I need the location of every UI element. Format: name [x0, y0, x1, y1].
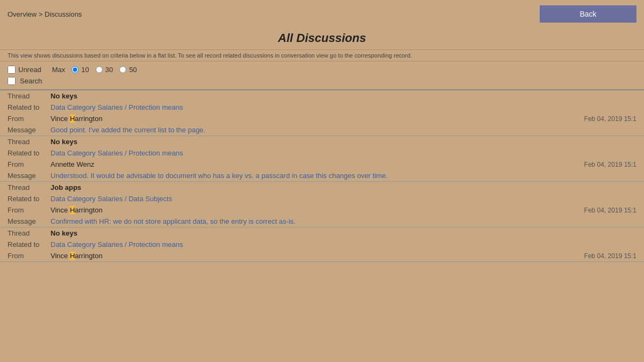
breadcrumb-overview[interactable]: Overview — [8, 10, 37, 18]
thread-label: Thread — [8, 92, 51, 100]
description-bar: This view shows discussions based on cri… — [0, 49, 644, 61]
thread-label: Thread — [8, 229, 51, 237]
related-row: Related to Data Category Salaries / Data… — [0, 193, 644, 204]
from-label: From — [8, 160, 51, 168]
related-label: Related to — [8, 195, 51, 203]
from-value: Vince Harrington — [51, 206, 529, 214]
related-row: Related to Data Category Salaries / Prot… — [0, 102, 644, 113]
thread-row: Thread No keys — [0, 90, 644, 102]
message-row: Message Confirmed with HR: we do not sto… — [0, 216, 644, 227]
max-10-label: 10 — [81, 66, 89, 74]
max-10-option: 10 — [71, 66, 89, 74]
from-value: Vince Harrington — [51, 252, 529, 260]
highlight-char: H — [70, 206, 75, 214]
breadcrumb-separator: > — [37, 10, 45, 18]
max-label: Max — [52, 66, 66, 74]
message-label: Message — [8, 217, 51, 225]
page-title: All Discussions — [0, 26, 644, 49]
related-label: Related to — [8, 149, 51, 157]
related-row: Related to Data Category Salaries / Prot… — [0, 239, 644, 250]
thread-value: No keys — [51, 138, 529, 146]
discussion-block: Thread No keys Related to Data Category … — [0, 90, 644, 136]
thread-row: Thread Job apps — [0, 182, 644, 193]
related-label: Related to — [8, 240, 51, 249]
from-value: Annette Wenz — [51, 160, 529, 168]
thread-value: Job apps — [51, 183, 529, 191]
message-value: Good point. I've added the current list … — [51, 126, 636, 134]
search-label[interactable]: Search — [20, 77, 42, 85]
search-checkbox[interactable] — [8, 77, 16, 85]
discussion-block: Thread No keys Related to Data Category … — [0, 136, 644, 182]
related-value[interactable]: Data Category Salaries / Protection mean… — [51, 103, 529, 111]
highlight-char: H — [70, 115, 75, 123]
message-value: Confirmed with HR: we do not store appli… — [51, 217, 636, 225]
related-label: Related to — [8, 103, 51, 111]
max-50-option: 50 — [119, 66, 137, 74]
from-label: From — [8, 206, 51, 214]
thread-value: No keys — [51, 229, 529, 237]
related-value[interactable]: Data Category Salaries / Protection mean… — [51, 240, 529, 249]
related-row: Related to Data Category Salaries / Prot… — [0, 147, 644, 159]
from-timestamp: Feb 04, 2019 15:1 — [529, 207, 636, 214]
max-50-label: 50 — [129, 66, 137, 74]
from-timestamp: Feb 04, 2019 15:1 — [529, 115, 636, 123]
unread-filter: Unread — [8, 66, 41, 74]
message-value: Understood. It would be advisable to doc… — [51, 172, 636, 180]
from-row: From Vince Harrington Feb 04, 2019 15:1 — [0, 204, 644, 216]
search-row: Search — [0, 76, 644, 89]
from-row: From Vince Harrington Feb 04, 2019 15:1 — [0, 113, 644, 124]
max-30-label: 30 — [105, 66, 113, 74]
thread-label: Thread — [8, 183, 51, 191]
discussion-block: Thread No keys Related to Data Category … — [0, 228, 644, 262]
from-row: From Annette Wenz Feb 04, 2019 15:1 — [0, 159, 644, 170]
from-timestamp: Feb 04, 2019 15:1 — [529, 252, 636, 260]
thread-label: Thread — [8, 138, 51, 146]
discussions-list: Thread No keys Related to Data Category … — [0, 90, 644, 262]
thread-row: Thread No keys — [0, 228, 644, 239]
message-row: Message Good point. I've added the curre… — [0, 124, 644, 136]
top-bar: Overview > Discussions Back — [0, 0, 644, 26]
message-row: Message Understood. It would be advisabl… — [0, 170, 644, 181]
related-value[interactable]: Data Category Salaries / Protection mean… — [51, 149, 529, 157]
from-row: From Vince Harrington Feb 04, 2019 15:1 — [0, 250, 644, 261]
thread-row: Thread No keys — [0, 136, 644, 147]
filter-row: Unread Max 10 30 50 — [0, 61, 644, 76]
breadcrumb-current: Discussions — [45, 10, 82, 18]
max-10-radio[interactable] — [71, 66, 78, 73]
thread-value: No keys — [51, 92, 529, 100]
from-label: From — [8, 115, 51, 123]
discussion-block: Thread Job apps Related to Data Category… — [0, 182, 644, 228]
from-timestamp: Feb 04, 2019 15:1 — [529, 161, 636, 168]
highlight-char: H — [70, 252, 75, 260]
related-value[interactable]: Data Category Salaries / Data Subjects — [51, 195, 529, 203]
from-label: From — [8, 252, 51, 260]
max-30-radio[interactable] — [96, 66, 103, 73]
message-label: Message — [8, 126, 51, 134]
unread-label[interactable]: Unread — [18, 66, 41, 74]
back-button[interactable]: Back — [540, 5, 636, 23]
from-value: Vince Harrington — [51, 115, 529, 123]
max-50-radio[interactable] — [119, 66, 126, 73]
message-label: Message — [8, 172, 51, 180]
unread-checkbox[interactable] — [8, 66, 16, 74]
breadcrumb: Overview > Discussions — [8, 10, 82, 18]
max-30-option: 30 — [96, 66, 113, 74]
